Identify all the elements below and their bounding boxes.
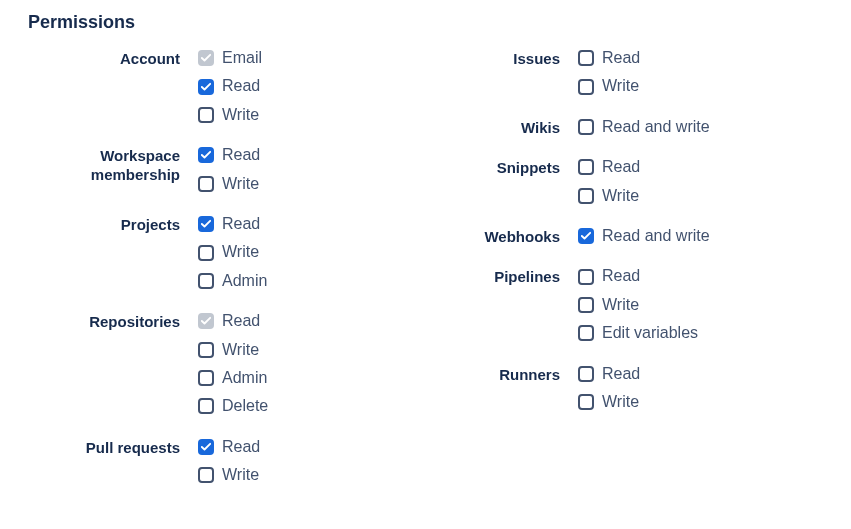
checkbox[interactable] — [198, 176, 214, 192]
permission-options: ReadWriteAdminDelete — [198, 310, 268, 418]
checkbox[interactable] — [198, 107, 214, 123]
checkbox[interactable] — [198, 467, 214, 483]
permission-option-label: Write — [602, 294, 639, 316]
permission-group-wikis: WikisRead and write — [382, 116, 762, 138]
checkbox[interactable] — [198, 342, 214, 358]
checkbox[interactable] — [578, 394, 594, 410]
checkbox[interactable] — [578, 50, 594, 66]
permission-options: Read and write — [578, 116, 710, 138]
permission-option-webhooks-read-and-write: Read and write — [578, 225, 710, 247]
permission-group-label: Webhooks — [382, 225, 578, 247]
checkbox[interactable] — [198, 439, 214, 455]
permission-option-pipelines-read: Read — [578, 265, 698, 287]
checkbox — [198, 50, 214, 66]
permission-option-repositories-read: Read — [198, 310, 268, 332]
permission-options: ReadWriteEdit variables — [578, 265, 698, 344]
permission-group-label: Pipelines — [382, 265, 578, 287]
checkbox[interactable] — [578, 228, 594, 244]
permission-options: Read and write — [578, 225, 710, 247]
permission-option-pull-requests-write: Write — [198, 464, 260, 486]
permission-option-label: Delete — [222, 395, 268, 417]
permission-option-runners-read: Read — [578, 363, 640, 385]
permission-option-label: Write — [602, 391, 639, 413]
permission-option-label: Write — [222, 464, 259, 486]
permission-group-workspace-membership: Workspace membershipReadWrite — [28, 144, 382, 195]
permission-option-label: Read and write — [602, 225, 710, 247]
checkbox[interactable] — [198, 398, 214, 414]
permission-option-label: Email — [222, 47, 262, 69]
permission-options: ReadWrite — [578, 47, 640, 98]
permission-group-label: Workspace membership — [28, 144, 198, 185]
checkbox[interactable] — [198, 216, 214, 232]
permission-option-workspace-membership-read: Read — [198, 144, 260, 166]
permission-group-pull-requests: Pull requestsReadWrite — [28, 436, 382, 487]
permission-option-label: Read — [222, 436, 260, 458]
permission-options: ReadWriteAdmin — [198, 213, 267, 292]
permission-option-wikis-read-and-write: Read and write — [578, 116, 710, 138]
permission-option-account-write: Write — [198, 104, 262, 126]
permission-group-label: Wikis — [382, 116, 578, 138]
permission-options: ReadWrite — [578, 156, 640, 207]
permissions-column-right: IssuesReadWriteWikisRead and writeSnippe… — [382, 47, 762, 504]
permission-option-pipelines-edit-variables: Edit variables — [578, 322, 698, 344]
permissions-column-left: AccountEmailReadWriteWorkspace membershi… — [28, 47, 382, 504]
permissions-title: Permissions — [28, 12, 851, 33]
permission-group-snippets: SnippetsReadWrite — [382, 156, 762, 207]
permission-option-repositories-delete: Delete — [198, 395, 268, 417]
permission-option-snippets-read: Read — [578, 156, 640, 178]
permission-option-runners-write: Write — [578, 391, 640, 413]
permission-option-projects-read: Read — [198, 213, 267, 235]
checkbox[interactable] — [578, 79, 594, 95]
checkbox[interactable] — [578, 119, 594, 135]
permission-options: EmailReadWrite — [198, 47, 262, 126]
permission-group-webhooks: WebhooksRead and write — [382, 225, 762, 247]
permission-option-label: Admin — [222, 270, 267, 292]
permission-group-projects: ProjectsReadWriteAdmin — [28, 213, 382, 292]
permission-options: ReadWrite — [198, 144, 260, 195]
permission-group-label: Snippets — [382, 156, 578, 178]
permissions-container: Permissions AccountEmailReadWriteWorkspa… — [0, 0, 851, 504]
permission-option-pull-requests-read: Read — [198, 436, 260, 458]
permission-group-label: Runners — [382, 363, 578, 385]
permission-option-label: Read — [602, 265, 640, 287]
permission-option-label: Read and write — [602, 116, 710, 138]
permission-group-repositories: RepositoriesReadWriteAdminDelete — [28, 310, 382, 418]
checkbox[interactable] — [578, 159, 594, 175]
permission-group-pipelines: PipelinesReadWriteEdit variables — [382, 265, 762, 344]
permission-group-label: Repositories — [28, 310, 198, 332]
permission-option-pipelines-write: Write — [578, 294, 698, 316]
permission-option-snippets-write: Write — [578, 185, 640, 207]
permission-option-label: Read — [602, 363, 640, 385]
permission-option-label: Write — [222, 241, 259, 263]
checkbox[interactable] — [578, 188, 594, 204]
checkbox — [198, 313, 214, 329]
permission-option-issues-write: Write — [578, 75, 640, 97]
checkbox[interactable] — [578, 366, 594, 382]
permission-option-label: Read — [222, 213, 260, 235]
permission-option-label: Read — [222, 310, 260, 332]
permission-option-label: Edit variables — [602, 322, 698, 344]
checkbox[interactable] — [198, 273, 214, 289]
permission-option-projects-admin: Admin — [198, 270, 267, 292]
checkbox[interactable] — [198, 147, 214, 163]
checkbox[interactable] — [198, 370, 214, 386]
permission-group-label: Issues — [382, 47, 578, 69]
permission-option-label: Read — [222, 144, 260, 166]
permission-option-workspace-membership-write: Write — [198, 173, 260, 195]
permission-options: ReadWrite — [578, 363, 640, 414]
permission-option-label: Write — [602, 75, 639, 97]
permission-group-runners: RunnersReadWrite — [382, 363, 762, 414]
checkbox[interactable] — [198, 79, 214, 95]
permission-option-projects-write: Write — [198, 241, 267, 263]
permission-option-label: Write — [602, 185, 639, 207]
permission-option-label: Write — [222, 173, 259, 195]
checkbox[interactable] — [578, 297, 594, 313]
permission-option-label: Read — [222, 75, 260, 97]
permission-option-label: Admin — [222, 367, 267, 389]
permission-option-label: Read — [602, 47, 640, 69]
checkbox[interactable] — [578, 325, 594, 341]
checkbox[interactable] — [198, 245, 214, 261]
permission-group-label: Account — [28, 47, 198, 69]
checkbox[interactable] — [578, 269, 594, 285]
permission-option-repositories-write: Write — [198, 339, 268, 361]
